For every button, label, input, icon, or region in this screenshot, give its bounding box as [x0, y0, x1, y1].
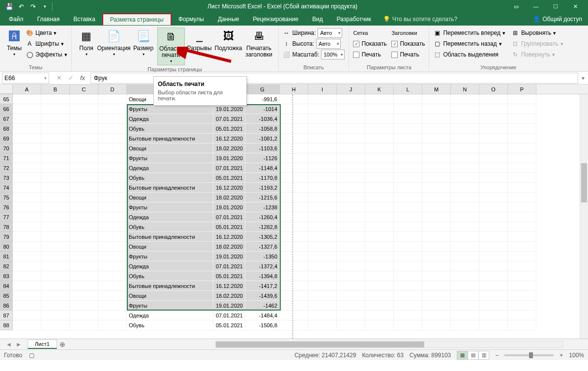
- cell[interactable]: [70, 242, 98, 252]
- cell[interactable]: [308, 311, 337, 320]
- cell[interactable]: [422, 134, 451, 143]
- cell[interactable]: [13, 143, 41, 153]
- cell[interactable]: 19.01.2020: [213, 104, 245, 114]
- cell[interactable]: -1014: [245, 104, 280, 114]
- cell[interactable]: [41, 212, 70, 222]
- add-sheet-button[interactable]: ⊕: [57, 341, 68, 348]
- cell[interactable]: [337, 222, 365, 232]
- cell[interactable]: [13, 134, 41, 143]
- col-header-J[interactable]: J: [337, 85, 365, 94]
- cell[interactable]: -1148,4: [245, 163, 280, 173]
- cell[interactable]: [365, 134, 394, 143]
- cell[interactable]: -1327,6: [245, 242, 280, 252]
- cell[interactable]: Одежда: [127, 311, 213, 320]
- cell[interactable]: [70, 183, 98, 193]
- cell[interactable]: [479, 271, 508, 281]
- cell[interactable]: [337, 193, 365, 202]
- cell[interactable]: [508, 252, 536, 261]
- cell[interactable]: [479, 222, 508, 232]
- cell[interactable]: [70, 261, 98, 271]
- cell[interactable]: [508, 163, 536, 173]
- cell[interactable]: [98, 261, 127, 271]
- row-header[interactable]: 88: [0, 320, 13, 330]
- cell[interactable]: [422, 261, 451, 271]
- cell[interactable]: [41, 281, 70, 291]
- formula-expand-icon[interactable]: ▾: [578, 75, 588, 82]
- tab-file[interactable]: Файл: [2, 13, 30, 25]
- cell[interactable]: [41, 193, 70, 202]
- cell[interactable]: 19.01.2020: [213, 301, 245, 311]
- cell[interactable]: [280, 320, 308, 330]
- cell[interactable]: [394, 94, 422, 104]
- scale-width-combo[interactable]: Авто: [318, 28, 342, 38]
- cell[interactable]: Фрукты: [127, 153, 213, 163]
- tab-insert[interactable]: Вставка: [66, 13, 102, 25]
- cell[interactable]: -1058,8: [245, 124, 280, 134]
- cell[interactable]: 07.01.2021: [213, 163, 245, 173]
- cell[interactable]: [365, 320, 394, 330]
- row-header[interactable]: 84: [0, 281, 13, 291]
- cell[interactable]: [451, 134, 479, 143]
- cell[interactable]: [308, 261, 337, 271]
- cell[interactable]: [41, 173, 70, 183]
- cell[interactable]: [365, 163, 394, 173]
- cell[interactable]: [308, 242, 337, 252]
- row-header[interactable]: 77: [0, 212, 13, 222]
- row-header[interactable]: 81: [0, 252, 13, 261]
- row-header[interactable]: 83: [0, 271, 13, 281]
- cell[interactable]: [280, 301, 308, 311]
- cell[interactable]: [70, 301, 98, 311]
- tab-formulas[interactable]: Формулы: [172, 13, 211, 25]
- cell[interactable]: [394, 252, 422, 261]
- cell[interactable]: [508, 143, 536, 153]
- cell[interactable]: [13, 261, 41, 271]
- cell[interactable]: [13, 114, 41, 124]
- cell[interactable]: [280, 311, 308, 320]
- close-icon[interactable]: ✕: [566, 1, 584, 12]
- cell[interactable]: [365, 114, 394, 124]
- cell[interactable]: [451, 163, 479, 173]
- cell[interactable]: [508, 212, 536, 222]
- cell[interactable]: 18.02.2020: [213, 143, 245, 153]
- cell[interactable]: [422, 301, 451, 311]
- cell[interactable]: [422, 173, 451, 183]
- cell[interactable]: [13, 202, 41, 212]
- cell[interactable]: Обувь: [127, 320, 213, 330]
- cell[interactable]: -1170,8: [245, 173, 280, 183]
- cell[interactable]: [479, 252, 508, 261]
- cell[interactable]: 07.01.2021: [213, 212, 245, 222]
- cell[interactable]: [479, 212, 508, 222]
- cell[interactable]: [337, 281, 365, 291]
- row-header[interactable]: 69: [0, 134, 13, 143]
- cell[interactable]: [280, 202, 308, 212]
- cell[interactable]: [13, 271, 41, 281]
- cell[interactable]: [394, 320, 422, 330]
- cell[interactable]: Обувь: [127, 271, 213, 281]
- cell[interactable]: [41, 134, 70, 143]
- cell[interactable]: [422, 320, 451, 330]
- cell[interactable]: [13, 193, 41, 202]
- cell[interactable]: [70, 311, 98, 320]
- zoom-slider[interactable]: [504, 354, 554, 356]
- cell[interactable]: [308, 114, 337, 124]
- cell[interactable]: [280, 232, 308, 242]
- cell[interactable]: Одежда: [127, 212, 213, 222]
- cell[interactable]: [98, 301, 127, 311]
- cell[interactable]: [479, 153, 508, 163]
- cell[interactable]: [41, 291, 70, 301]
- cell[interactable]: [70, 104, 98, 114]
- cell[interactable]: [308, 104, 337, 114]
- cell[interactable]: [98, 114, 127, 124]
- cell[interactable]: [98, 242, 127, 252]
- cell[interactable]: [479, 183, 508, 193]
- col-header-G[interactable]: G: [245, 85, 280, 94]
- row-header[interactable]: 68: [0, 124, 13, 134]
- cell[interactable]: [308, 202, 337, 212]
- cell[interactable]: [422, 104, 451, 114]
- tab-page-layout[interactable]: Разметка страницы: [102, 13, 172, 25]
- cell[interactable]: [98, 320, 127, 330]
- cell[interactable]: [41, 261, 70, 271]
- print-area-button[interactable]: 🗎Область печати▾: [157, 28, 185, 65]
- row-header[interactable]: 79: [0, 232, 13, 242]
- cell[interactable]: [451, 222, 479, 232]
